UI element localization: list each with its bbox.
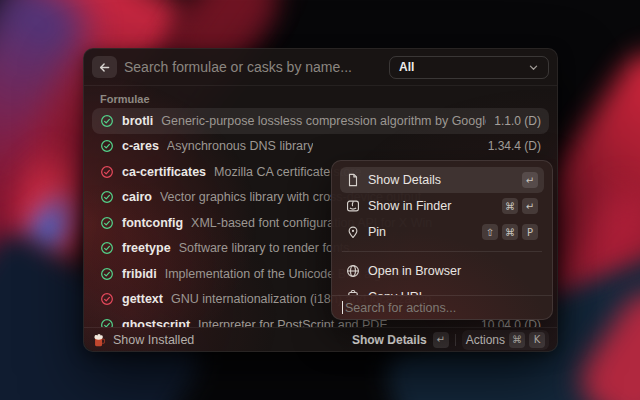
footer-actions-label: Actions: [466, 333, 505, 347]
actions-panel: Show Details ↵ Show in Finder ⌘ ↵: [331, 160, 553, 320]
formula-version: 1.34.4 (D): [488, 139, 541, 153]
menu-item-shortcuts: ⇧ ⌘ P: [482, 224, 538, 240]
menu-item-copy-url[interactable]: Copy URL: [340, 284, 544, 295]
check-circle-icon: [100, 190, 114, 204]
filter-dropdown[interactable]: All: [389, 56, 549, 79]
menu-item-pin[interactable]: Pin ⇧ ⌘ P: [340, 219, 544, 245]
menu-item-label: Open in Browser: [368, 264, 461, 278]
check-circle-icon: [100, 318, 114, 327]
check-circle-icon: [100, 114, 114, 128]
menu-item-open-in-browser[interactable]: Open in Browser: [340, 258, 544, 284]
menu-item-show-details[interactable]: Show Details ↵: [340, 167, 544, 193]
return-key-badge: ↵: [433, 332, 449, 348]
return-key-badge: ↵: [522, 198, 538, 214]
check-circle-icon: [100, 165, 114, 179]
list-item[interactable]: c-ares Asynchronous DNS library 1.34.4 (…: [92, 134, 549, 160]
desktop: Search formulae or casks by name... All …: [0, 0, 640, 400]
p-key-badge: P: [522, 224, 538, 240]
footer-primary-action[interactable]: Show Details: [352, 333, 427, 347]
formula-name: ca-certificates: [122, 165, 206, 179]
formula-name: freetype: [122, 241, 171, 255]
shift-key-badge: ⇧: [482, 224, 498, 240]
command-key-badge: ⌘: [509, 332, 525, 348]
menu-item-label: Show Details: [368, 173, 441, 187]
menu-item-label: Pin: [368, 225, 386, 239]
check-circle-icon: [100, 241, 114, 255]
formula-name: brotli: [122, 114, 153, 128]
footer-actions-button[interactable]: Actions ⌘ K: [462, 330, 549, 350]
formula-version: 1.1.0 (D): [494, 114, 541, 128]
formula-description: Generic-purpose lossless compression alg…: [161, 114, 486, 128]
command-key-badge: ⌘: [502, 224, 518, 240]
menu-item-shortcuts: ↵: [522, 172, 538, 188]
formula-name: ghostscript: [122, 318, 190, 327]
text-cursor: [342, 301, 343, 314]
chevron-down-icon: [528, 62, 539, 73]
check-circle-icon: [100, 216, 114, 230]
globe-icon: [346, 264, 360, 278]
menu-item-show-in-finder[interactable]: Show in Finder ⌘ ↵: [340, 193, 544, 219]
document-icon: [346, 173, 360, 187]
search-input[interactable]: Search formulae or casks by name...: [124, 59, 382, 75]
list-item[interactable]: brotli Generic-purpose lossless compress…: [92, 108, 549, 134]
formula-name: gettext: [122, 292, 163, 306]
check-circle-icon: [100, 267, 114, 281]
formula-name: fribidi: [122, 267, 157, 281]
command-key-badge: ⌘: [502, 198, 518, 214]
footer-left-label: Show Installed: [113, 333, 194, 347]
back-button[interactable]: [92, 56, 117, 78]
k-key-badge: K: [529, 332, 545, 348]
status-bar: Show Installed Show Details ↵ Actions ⌘ …: [84, 327, 557, 351]
formula-name: fontconfig: [122, 216, 183, 230]
menu-item-shortcuts: ⌘ ↵: [502, 198, 538, 214]
search-bar: Search formulae or casks by name... All: [84, 49, 557, 86]
formula-description: Software library to render fonts: [179, 241, 350, 255]
footer-divider: [455, 334, 456, 346]
formula-name: cairo: [122, 190, 152, 204]
footer-right: Show Details ↵ Actions ⌘ K: [352, 330, 549, 350]
check-circle-icon: [100, 139, 114, 153]
menu-separator: [342, 251, 542, 252]
action-search-placeholder: Search for actions...: [345, 301, 456, 315]
action-search-field[interactable]: Search for actions...: [332, 295, 552, 319]
formula-name: c-ares: [122, 139, 159, 153]
return-key-badge: ↵: [522, 172, 538, 188]
homebrew-icon: [92, 333, 106, 347]
actions-panel-items: Show Details ↵ Show in Finder ⌘ ↵: [332, 161, 552, 295]
finder-icon: [346, 199, 360, 213]
section-header: Formulae: [92, 86, 549, 108]
formula-description: Asynchronous DNS library: [167, 139, 314, 153]
arrow-left-icon: [98, 61, 111, 74]
pin-icon: [346, 225, 360, 239]
filter-dropdown-value: All: [399, 60, 528, 74]
check-circle-icon: [100, 292, 114, 306]
menu-item-label: Show in Finder: [368, 199, 451, 213]
